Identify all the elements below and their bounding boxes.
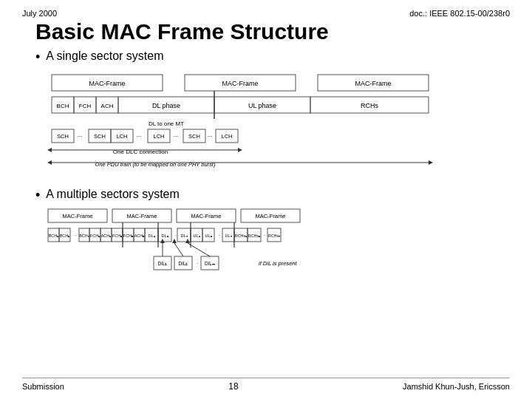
svg-text:DLₙ: DLₙ xyxy=(180,233,188,238)
date-label: July 2000 xyxy=(22,9,57,18)
svg-text:MAC-Frame: MAC-Frame xyxy=(127,213,157,219)
svg-text:FCH₁: FCH₁ xyxy=(90,233,100,238)
svg-text:···: ··· xyxy=(137,133,142,140)
svg-text:UL phase: UL phase xyxy=(248,102,276,109)
svg-text:ACH₁: ACH₁ xyxy=(101,233,112,238)
svg-text:MAC-Frame: MAC-Frame xyxy=(191,213,222,219)
svg-text:···: ··· xyxy=(174,133,179,140)
svg-text:SCH: SCH xyxy=(57,133,69,140)
svg-text:BCH₁: BCH₁ xyxy=(49,233,60,238)
slide: July 2000 doc.: IEEE 802.15-00/238r0 Bas… xyxy=(0,0,532,399)
svg-text:·: · xyxy=(75,233,76,238)
svg-text:·: · xyxy=(175,233,177,238)
svg-text:One PDU train (to be mapped on: One PDU train (to be mapped on one PHY b… xyxy=(95,161,216,168)
svg-line-105 xyxy=(188,243,210,256)
svg-text:DL₁: DL₁ xyxy=(148,233,155,238)
svg-text:RCHs: RCHs xyxy=(361,102,378,109)
svg-text:MAC-Frame: MAC-Frame xyxy=(89,80,126,87)
svg-text:MAC-Frame: MAC-Frame xyxy=(63,213,93,219)
footer: Submission 18 Jamshid Khun-Jush, Ericsso… xyxy=(22,378,510,392)
svg-marker-102 xyxy=(160,239,165,243)
svg-text:DiL₁: DiL₁ xyxy=(158,261,168,266)
svg-text:FCH₃: FCH₃ xyxy=(123,233,134,238)
multi-sector-svg: MAC-Frame MAC-Frame MAC-Frame MAC-Frame … xyxy=(44,206,458,291)
svg-text:MAC-Frame: MAC-Frame xyxy=(222,80,259,87)
svg-text:if DiL is present: if DiL is present xyxy=(259,260,297,267)
svg-text:DL₂: DL₂ xyxy=(161,233,168,238)
svg-text:MAC-Frame: MAC-Frame xyxy=(256,213,286,219)
svg-text:One DLC connection: One DLC connection xyxy=(113,149,168,155)
bullet-2: • A multiple sectors system xyxy=(35,188,510,204)
svg-text:ACH: ACH xyxy=(101,103,114,109)
svg-marker-43 xyxy=(429,160,433,165)
svg-text:BCH₂: BCH₂ xyxy=(60,233,71,238)
svg-marker-38 xyxy=(47,148,52,152)
svg-text:BCHₙ: BCHₙ xyxy=(79,233,90,238)
svg-text:DiL₂: DiL₂ xyxy=(179,261,188,266)
svg-text:RCHs₂: RCHs₂ xyxy=(248,233,262,238)
svg-text:·: · xyxy=(197,261,198,266)
header: July 2000 doc.: IEEE 802.15-00/238r0 xyxy=(22,9,510,18)
svg-text:·: · xyxy=(264,233,265,238)
svg-text:LCH: LCH xyxy=(116,133,127,140)
svg-text:···: ··· xyxy=(78,133,83,140)
bullet-dot-1: • xyxy=(35,50,40,66)
svg-text:FCH₂: FCH₂ xyxy=(112,233,123,238)
multi-sector-diagram: MAC-Frame MAC-Frame MAC-Frame MAC-Frame … xyxy=(44,206,510,291)
svg-text:SCH: SCH xyxy=(94,133,106,140)
single-sector-diagram: MAC-Frame MAC-Frame MAC-Frame BCH FCH AC… xyxy=(44,69,510,183)
svg-marker-39 xyxy=(238,148,242,152)
svg-text:UL₂: UL₂ xyxy=(205,233,212,238)
svg-text:MAC-Frame: MAC-Frame xyxy=(355,80,392,87)
single-sector-svg: MAC-Frame MAC-Frame MAC-Frame BCH FCH AC… xyxy=(44,69,458,183)
svg-marker-106 xyxy=(185,239,190,243)
svg-text:RCHsₙ: RCHsₙ xyxy=(268,233,282,238)
svg-marker-104 xyxy=(172,239,177,243)
svg-text:FCH: FCH xyxy=(79,103,92,109)
svg-text:LCH: LCH xyxy=(153,133,164,140)
footer-page-number: 18 xyxy=(228,381,238,392)
doc-ref: doc.: IEEE 802.15-00/238r0 xyxy=(409,9,510,18)
slide-title: Basic MAC Frame Structure xyxy=(35,19,510,44)
bullet-1-text: A single sector system xyxy=(46,50,163,63)
svg-text:UL₁: UL₁ xyxy=(193,233,200,238)
svg-text:·: · xyxy=(219,233,220,238)
svg-text:ACH₃: ACH₃ xyxy=(134,233,146,238)
bullet-2-text: A multiple sectors system xyxy=(46,188,180,201)
svg-text:SCH: SCH xyxy=(188,133,200,140)
svg-text:DL phase: DL phase xyxy=(152,102,180,109)
footer-submission: Submission xyxy=(22,382,64,391)
svg-text:RCHs₁: RCHs₁ xyxy=(235,233,248,238)
svg-text:DL to one MT: DL to one MT xyxy=(149,120,184,127)
svg-line-103 xyxy=(174,243,183,256)
svg-text:LCH: LCH xyxy=(221,133,232,140)
bullet-dot-2: • xyxy=(35,188,40,204)
footer-author: Jamshid Khun-Jush, Ericsson xyxy=(403,382,510,391)
svg-text:···: ··· xyxy=(208,133,213,140)
svg-marker-42 xyxy=(47,160,52,165)
bullet-1: • A single sector system xyxy=(35,50,510,66)
svg-text:BCH: BCH xyxy=(57,103,69,109)
svg-text:DiLₘ: DiLₘ xyxy=(205,261,215,266)
svg-text:ULₙ: ULₙ xyxy=(225,233,232,238)
